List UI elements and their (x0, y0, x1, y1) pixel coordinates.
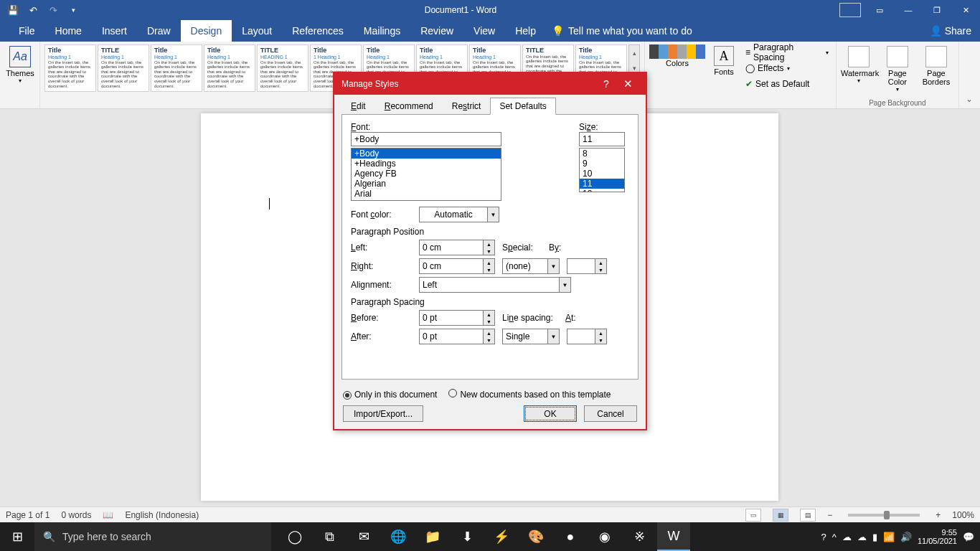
chevron-down-icon[interactable]: ▼ (560, 277, 571, 293)
tab-layout[interactable]: Layout (232, 20, 282, 42)
style-set-thumb[interactable]: TITLEHeading 1On the Insert tab, the gal… (98, 44, 149, 92)
at-value[interactable] (567, 329, 595, 344)
wifi-tray-icon[interactable]: 📶 (883, 532, 895, 542)
tab-references[interactable]: References (282, 20, 354, 42)
font-option[interactable]: Agency FB (352, 169, 501, 179)
fonts-button[interactable]: A Fonts (710, 44, 738, 92)
task-view-icon[interactable]: ⧉ (313, 522, 346, 551)
account-icon[interactable] (839, 3, 861, 17)
clock[interactable]: 9:55 11/05/2021 (918, 528, 957, 545)
explorer-icon[interactable]: 📁 (416, 522, 449, 551)
web-layout-button[interactable]: ▤ (800, 509, 816, 522)
edge-icon[interactable]: 🌐 (382, 522, 415, 551)
font-option[interactable]: Algerian (352, 179, 501, 189)
read-mode-button[interactable]: ▭ (745, 509, 761, 522)
ok-button[interactable]: OK (524, 405, 577, 422)
size-option[interactable]: 8 (580, 149, 624, 159)
qat-customize-icon[interactable]: ▾ (65, 2, 82, 18)
cancel-button[interactable]: Cancel (584, 405, 637, 422)
tab-design[interactable]: Design (181, 20, 232, 42)
style-set-thumb[interactable]: TitleHeading 1On the Insert tab, the gal… (44, 44, 96, 92)
paint-icon[interactable]: 🎨 (519, 522, 552, 551)
dropbox-icon[interactable]: ⬇ (451, 522, 484, 551)
tab-file[interactable]: File (9, 20, 45, 42)
tab-view[interactable]: View (463, 20, 505, 42)
zoom-in-button[interactable]: + (936, 510, 941, 520)
size-option[interactable]: 10 (580, 169, 624, 179)
dialog-close-button[interactable]: ✕ (617, 77, 639, 90)
right-spinner[interactable]: ▲▼ (419, 258, 495, 274)
cortana-icon[interactable]: ◯ (278, 522, 311, 551)
set-as-default-button[interactable]: ✔Set as Default (743, 76, 831, 92)
overflow-tray-icon[interactable]: ^ (832, 532, 837, 542)
help-tray-icon[interactable]: ? (821, 532, 826, 542)
minimize-button[interactable]: — (894, 0, 923, 20)
zoom-level[interactable]: 100% (952, 510, 974, 520)
size-input[interactable] (579, 132, 625, 146)
chevron-down-icon[interactable]: ▼ (548, 329, 560, 344)
left-spinner[interactable]: ▲▼ (419, 240, 495, 255)
tab-mailings[interactable]: Mailings (354, 20, 410, 42)
chevron-down-icon[interactable]: ▼ (548, 258, 560, 274)
undo-icon[interactable]: ↶ (24, 2, 42, 18)
volume-tray-icon[interactable]: 🔊 (900, 532, 912, 542)
save-icon[interactable]: 💾 (4, 2, 22, 18)
taskbar-search[interactable]: 🔍 Type here to search (34, 522, 271, 551)
alignment-combo[interactable]: ▼ (419, 277, 571, 293)
font-option[interactable]: +Body (352, 149, 501, 159)
after-spinner[interactable]: ▲▼ (419, 329, 495, 344)
by-spinner[interactable]: ▲▼ (567, 258, 607, 274)
font-listbox[interactable]: +Body+HeadingsAgency FBAlgerianArial (351, 148, 501, 201)
tab-review[interactable]: Review (410, 20, 463, 42)
spellcheck-icon[interactable]: 📖 (103, 510, 113, 520)
tell-me-search[interactable]: 💡 Tell me what you want to do (552, 20, 692, 42)
alignment-value[interactable] (419, 277, 560, 293)
language-indicator[interactable]: English (Indonesia) (125, 510, 199, 520)
dialog-tab-set-defaults[interactable]: Set Defaults (490, 98, 555, 115)
import-export-button[interactable]: Import/Export... (343, 405, 423, 422)
font-color-value[interactable] (419, 207, 488, 222)
chrome-icon[interactable]: ◉ (588, 522, 621, 551)
zoom-slider[interactable] (848, 514, 920, 517)
share-button[interactable]: 👤 Share (930, 20, 971, 42)
dialog-tab-restrict[interactable]: Restrict (443, 98, 491, 115)
left-value[interactable] (419, 240, 484, 255)
paragraph-spacing-button[interactable]: ≡Paragraph Spacing▾ (743, 44, 831, 60)
at-spinner[interactable]: ▲▼ (567, 329, 607, 344)
size-option[interactable]: 9 (580, 159, 624, 169)
before-spinner[interactable]: ▲▼ (419, 310, 495, 326)
new-documents-radio[interactable]: New documents based on this template (448, 389, 611, 400)
by-value[interactable] (567, 258, 595, 274)
only-this-document-radio[interactable]: Only in this document (343, 390, 437, 400)
redo-icon[interactable]: ↷ (44, 2, 62, 18)
effects-button[interactable]: ◯Effects▾ (743, 60, 831, 76)
mail-icon[interactable]: ✉ (347, 522, 380, 551)
maximize-button[interactable]: ❐ (923, 0, 951, 20)
page-indicator[interactable]: Page 1 of 1 (6, 510, 50, 520)
tab-draw[interactable]: Draw (137, 20, 181, 42)
special-value[interactable] (502, 258, 548, 274)
word-icon[interactable]: W (657, 522, 690, 551)
size-listbox[interactable]: 89101112 (579, 148, 625, 192)
font-option[interactable]: +Headings (352, 159, 501, 169)
app-icon[interactable]: ⚡ (485, 522, 518, 551)
size-option[interactable]: 11 (580, 179, 624, 189)
collapse-ribbon-icon[interactable]: ⌄ (959, 42, 980, 108)
font-option[interactable]: Arial (352, 189, 501, 199)
slack-icon[interactable]: ※ (623, 522, 656, 551)
dialog-tab-edit[interactable]: Edit (341, 98, 375, 115)
page-color-button[interactable]: Page Color▾ (880, 44, 915, 93)
weather-tray-icon[interactable]: ☁ (857, 532, 867, 542)
colors-button[interactable]: Colors (649, 44, 705, 92)
onedrive-tray-icon[interactable]: ☁ (842, 532, 852, 542)
right-value[interactable] (419, 258, 484, 274)
style-set-thumb[interactable]: TitleHeading 1On the Insert tab, the gal… (204, 44, 255, 92)
dialog-help-button[interactable]: ? (595, 78, 617, 90)
line-spacing-value[interactable] (502, 329, 548, 344)
before-value[interactable] (419, 310, 484, 326)
special-combo[interactable]: ▼ (502, 258, 560, 274)
tab-insert[interactable]: Insert (92, 20, 137, 42)
line-spacing-combo[interactable]: ▼ (502, 329, 560, 344)
font-input[interactable] (351, 132, 501, 146)
style-set-thumb[interactable]: TITLEHEADING 1On the Insert tab, the gal… (257, 44, 308, 92)
